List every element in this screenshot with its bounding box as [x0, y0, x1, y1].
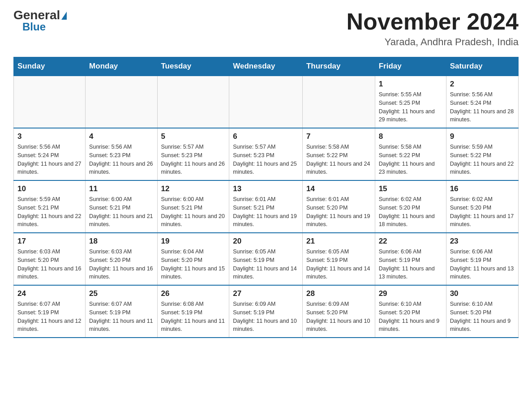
calendar-cell: 7Sunrise: 5:58 AMSunset: 5:22 PMDaylight… [302, 128, 375, 180]
calendar-cell: 4Sunrise: 5:56 AMSunset: 5:23 PMDaylight… [86, 128, 157, 180]
day-number: 20 [233, 237, 299, 246]
day-number: 3 [17, 132, 82, 141]
day-number: 24 [17, 289, 82, 298]
day-sun-info: Sunrise: 5:56 AMSunset: 5:24 PMDaylight:… [450, 90, 515, 124]
calendar-cell: 5Sunrise: 5:57 AMSunset: 5:23 PMDaylight… [157, 128, 229, 180]
logo-blue-text: Blue [22, 21, 46, 32]
calendar-cell [302, 76, 375, 128]
day-sun-info: Sunrise: 5:58 AMSunset: 5:22 PMDaylight:… [306, 143, 371, 176]
day-sun-info: Sunrise: 6:00 AMSunset: 5:21 PMDaylight:… [161, 195, 226, 229]
day-sun-info: Sunrise: 5:57 AMSunset: 5:23 PMDaylight:… [161, 143, 226, 176]
calendar-cell: 18Sunrise: 6:03 AMSunset: 5:20 PMDayligh… [86, 233, 157, 285]
calendar-cell: 16Sunrise: 6:02 AMSunset: 5:20 PMDayligh… [446, 180, 518, 233]
day-number: 19 [161, 237, 226, 246]
day-sun-info: Sunrise: 6:09 AMSunset: 5:20 PMDaylight:… [306, 300, 371, 334]
day-sun-info: Sunrise: 6:07 AMSunset: 5:19 PMDaylight:… [17, 300, 82, 334]
calendar-table: SundayMondayTuesdayWednesdayThursdayFrid… [13, 57, 519, 338]
month-title: November 2024 [347, 9, 519, 34]
calendar-cell: 14Sunrise: 6:01 AMSunset: 5:20 PMDayligh… [302, 180, 375, 233]
weekday-header-friday: Friday [375, 57, 446, 76]
day-number: 26 [161, 289, 226, 298]
day-sun-info: Sunrise: 6:00 AMSunset: 5:21 PMDaylight:… [89, 195, 153, 229]
calendar-week-row: 1Sunrise: 5:55 AMSunset: 5:25 PMDaylight… [14, 76, 519, 128]
day-sun-info: Sunrise: 6:03 AMSunset: 5:20 PMDaylight:… [89, 248, 153, 281]
day-sun-info: Sunrise: 6:04 AMSunset: 5:20 PMDaylight:… [161, 248, 226, 281]
calendar-cell: 10Sunrise: 5:59 AMSunset: 5:21 PMDayligh… [14, 180, 86, 233]
day-number: 5 [161, 132, 226, 141]
weekday-header-wednesday: Wednesday [229, 57, 303, 76]
day-sun-info: Sunrise: 5:55 AMSunset: 5:25 PMDaylight:… [379, 90, 442, 124]
day-number: 18 [89, 237, 153, 246]
day-sun-info: Sunrise: 6:01 AMSunset: 5:20 PMDaylight:… [306, 195, 371, 229]
calendar-cell: 11Sunrise: 6:00 AMSunset: 5:21 PMDayligh… [86, 180, 157, 233]
calendar-cell: 28Sunrise: 6:09 AMSunset: 5:20 PMDayligh… [302, 285, 375, 338]
calendar-cell: 27Sunrise: 6:09 AMSunset: 5:19 PMDayligh… [229, 285, 303, 338]
day-number: 28 [306, 289, 371, 298]
title-section: November 2024 Yarada, Andhra Pradesh, In… [347, 9, 519, 48]
day-sun-info: Sunrise: 5:56 AMSunset: 5:23 PMDaylight:… [89, 143, 153, 176]
calendar-cell: 19Sunrise: 6:04 AMSunset: 5:20 PMDayligh… [157, 233, 229, 285]
day-number: 6 [233, 132, 299, 141]
calendar-week-row: 10Sunrise: 5:59 AMSunset: 5:21 PMDayligh… [14, 180, 519, 233]
day-number: 14 [306, 184, 371, 193]
calendar-cell [229, 76, 303, 128]
calendar-cell [14, 76, 86, 128]
day-number: 23 [450, 237, 515, 246]
calendar-cell: 1Sunrise: 5:55 AMSunset: 5:25 PMDaylight… [375, 76, 446, 128]
day-number: 16 [450, 184, 515, 193]
calendar-cell: 23Sunrise: 6:06 AMSunset: 5:19 PMDayligh… [446, 233, 518, 285]
day-number: 10 [17, 184, 82, 193]
day-sun-info: Sunrise: 6:06 AMSunset: 5:19 PMDaylight:… [450, 248, 515, 281]
calendar-cell: 15Sunrise: 6:02 AMSunset: 5:20 PMDayligh… [375, 180, 446, 233]
weekday-header-saturday: Saturday [446, 57, 518, 76]
day-number: 22 [379, 237, 442, 246]
day-number: 8 [379, 132, 442, 141]
weekday-header-monday: Monday [86, 57, 157, 76]
day-number: 30 [450, 289, 515, 298]
weekday-header-tuesday: Tuesday [157, 57, 229, 76]
calendar-cell: 3Sunrise: 5:56 AMSunset: 5:24 PMDaylight… [14, 128, 86, 180]
day-number: 27 [233, 289, 299, 298]
day-sun-info: Sunrise: 6:02 AMSunset: 5:20 PMDaylight:… [450, 195, 515, 229]
day-sun-info: Sunrise: 5:59 AMSunset: 5:22 PMDaylight:… [450, 143, 515, 176]
day-number: 1 [379, 80, 442, 89]
day-sun-info: Sunrise: 6:05 AMSunset: 5:19 PMDaylight:… [233, 248, 299, 281]
location-text: Yarada, Andhra Pradesh, India [347, 36, 519, 48]
calendar-cell: 30Sunrise: 6:10 AMSunset: 5:20 PMDayligh… [446, 285, 518, 338]
logo-triangle-icon [61, 12, 67, 20]
calendar-cell: 9Sunrise: 5:59 AMSunset: 5:22 PMDaylight… [446, 128, 518, 180]
calendar-cell: 2Sunrise: 5:56 AMSunset: 5:24 PMDaylight… [446, 76, 518, 128]
day-number: 2 [450, 80, 515, 89]
day-sun-info: Sunrise: 6:05 AMSunset: 5:19 PMDaylight:… [306, 248, 371, 281]
calendar-week-row: 24Sunrise: 6:07 AMSunset: 5:19 PMDayligh… [14, 285, 519, 338]
day-number: 25 [89, 289, 153, 298]
day-sun-info: Sunrise: 6:08 AMSunset: 5:19 PMDaylight:… [161, 300, 226, 334]
calendar-cell: 26Sunrise: 6:08 AMSunset: 5:19 PMDayligh… [157, 285, 229, 338]
calendar-cell [157, 76, 229, 128]
day-sun-info: Sunrise: 6:03 AMSunset: 5:20 PMDaylight:… [17, 248, 82, 281]
calendar-week-row: 3Sunrise: 5:56 AMSunset: 5:24 PMDaylight… [14, 128, 519, 180]
calendar-cell: 22Sunrise: 6:06 AMSunset: 5:19 PMDayligh… [375, 233, 446, 285]
day-sun-info: Sunrise: 6:01 AMSunset: 5:21 PMDaylight:… [233, 195, 299, 229]
calendar-cell: 13Sunrise: 6:01 AMSunset: 5:21 PMDayligh… [229, 180, 303, 233]
day-sun-info: Sunrise: 5:59 AMSunset: 5:21 PMDaylight:… [17, 195, 82, 229]
day-number: 12 [161, 184, 226, 193]
day-sun-info: Sunrise: 6:02 AMSunset: 5:20 PMDaylight:… [379, 195, 442, 229]
day-number: 9 [450, 132, 515, 141]
weekday-header-sunday: Sunday [14, 57, 86, 76]
logo: General Blue [13, 9, 67, 32]
day-number: 7 [306, 132, 371, 141]
calendar-cell: 24Sunrise: 6:07 AMSunset: 5:19 PMDayligh… [14, 285, 86, 338]
calendar-cell: 29Sunrise: 6:10 AMSunset: 5:20 PMDayligh… [375, 285, 446, 338]
calendar-cell: 20Sunrise: 6:05 AMSunset: 5:19 PMDayligh… [229, 233, 303, 285]
day-number: 15 [379, 184, 442, 193]
day-sun-info: Sunrise: 6:07 AMSunset: 5:19 PMDaylight:… [89, 300, 153, 334]
logo-general-text: General [13, 9, 60, 21]
day-sun-info: Sunrise: 6:10 AMSunset: 5:20 PMDaylight:… [379, 300, 442, 334]
page-header: General Blue November 2024 Yarada, Andhr… [13, 9, 519, 48]
calendar-cell: 12Sunrise: 6:00 AMSunset: 5:21 PMDayligh… [157, 180, 229, 233]
day-number: 21 [306, 237, 371, 246]
day-number: 11 [89, 184, 153, 193]
day-number: 4 [89, 132, 153, 141]
calendar-cell: 6Sunrise: 5:57 AMSunset: 5:23 PMDaylight… [229, 128, 303, 180]
